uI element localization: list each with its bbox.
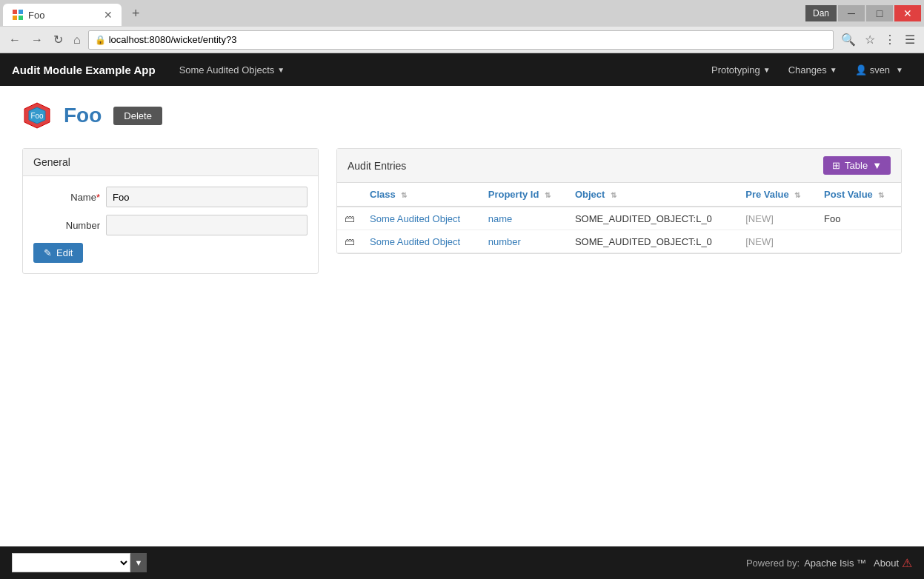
table-dropdown-button[interactable]: ⊞ Table ▼: [823, 156, 891, 175]
page-icon: Foo: [22, 101, 52, 130]
app-navbar: Audit Module Example App Some Audited Ob…: [0, 53, 924, 86]
nav-user[interactable]: 👤 sven ▼: [846, 53, 912, 86]
svg-rect-3: [19, 16, 23, 20]
back-button[interactable]: ←: [6, 32, 24, 48]
svg-rect-1: [19, 10, 23, 14]
th-class-sort-icon: ⇅: [401, 191, 407, 199]
page-header: Foo Foo Delete: [22, 101, 902, 130]
nav-prototyping-caret: ▼: [763, 66, 771, 74]
audit-table-header-row: Class ⇅ Property Id ⇅ Object ⇅: [337, 183, 901, 207]
close-button[interactable]: ✕: [894, 5, 921, 21]
row-pre-value: [NEW]: [738, 207, 817, 230]
home-button[interactable]: ⌂: [70, 32, 84, 48]
user-icon: 👤: [855, 64, 867, 76]
browser-tab[interactable]: Foo ✕: [3, 4, 122, 26]
general-panel-header: General: [23, 149, 318, 176]
th-class[interactable]: Class ⇅: [362, 183, 481, 207]
edit-button[interactable]: ✎ Edit: [33, 243, 83, 263]
row-object: SOME_AUDITED_OBJECT:L_0: [568, 207, 738, 230]
row-class: Some Audited Object: [362, 207, 481, 230]
nav-changes[interactable]: Changes ▼: [780, 53, 846, 86]
minimize-button[interactable]: ─: [838, 5, 865, 21]
tab-title: Foo: [28, 10, 98, 21]
delete-button[interactable]: Delete: [113, 107, 162, 125]
svg-rect-0: [13, 10, 17, 14]
th-object[interactable]: Object ⇅: [568, 183, 738, 207]
audit-entries-panel: Audit Entries ⊞ Table ▼ Class: [336, 148, 902, 254]
menu-button[interactable]: ☰: [902, 31, 918, 48]
number-label: Number: [33, 220, 100, 231]
th-object-sort-icon: ⇅: [611, 191, 616, 199]
row-property-id-link[interactable]: number: [488, 236, 521, 247]
name-label: Name: [33, 192, 100, 203]
th-post-value-sort-icon: ⇅: [878, 191, 884, 199]
row-pre-value-text: [NEW]: [745, 213, 774, 224]
row-pre-value-text: [NEW]: [745, 236, 774, 247]
browser-toolbar: ← → ↻ ⌂ 🔒 🔍 ☆ ⋮ ☰: [0, 27, 924, 53]
forward-button[interactable]: →: [28, 32, 46, 48]
th-post-value[interactable]: Post Value ⇅: [817, 183, 901, 207]
main-content: Foo Foo Delete General Name Number ✎ Edi: [0, 86, 924, 530]
nav-some-audited-objects[interactable]: Some Audited Objects ▼: [170, 53, 294, 86]
row-property-id-link[interactable]: name: [488, 213, 513, 224]
row-icon-cell: 🗃: [337, 207, 362, 230]
window-controls: Dan ─ □ ✕: [805, 5, 921, 21]
audit-table-container: Class ⇅ Property Id ⇅ Object ⇅: [337, 183, 901, 253]
refresh-button[interactable]: ↻: [50, 31, 66, 48]
general-panel-body: Name Number ✎ Edit: [23, 176, 318, 273]
maximize-button[interactable]: □: [866, 5, 893, 21]
name-input[interactable]: [106, 187, 308, 207]
new-tab-button[interactable]: +: [126, 4, 146, 23]
row-type-icon: 🗃: [345, 212, 355, 224]
main-layout: General Name Number ✎ Edit A: [22, 148, 902, 274]
row-class-link[interactable]: Some Audited Object: [370, 236, 460, 247]
bookmark-button[interactable]: ☆: [862, 31, 878, 48]
nav-some-audited-objects-label: Some Audited Objects: [179, 64, 275, 76]
name-row: Name: [33, 187, 308, 207]
th-pre-value-sort-icon: ⇅: [794, 191, 800, 199]
row-icon-cell: 🗃: [337, 230, 362, 253]
tab-close-icon[interactable]: ✕: [104, 9, 113, 21]
general-panel: General Name Number ✎ Edit: [22, 148, 319, 274]
number-input[interactable]: [106, 215, 308, 235]
th-icon-col: [337, 183, 362, 207]
row-class: Some Audited Object: [362, 230, 481, 253]
address-input[interactable]: [109, 34, 827, 45]
audit-panel-header: Audit Entries ⊞ Table ▼: [337, 149, 901, 183]
th-property-id[interactable]: Property Id ⇅: [481, 183, 568, 207]
svg-text:Foo: Foo: [30, 112, 44, 120]
browser-chrome: Foo ✕ + Dan ─ □ ✕ ← → ↻ ⌂ 🔒 🔍 ☆ ⋮ ☰: [0, 0, 924, 53]
audit-table: Class ⇅ Property Id ⇅ Object ⇅: [337, 183, 901, 253]
row-post-value: Foo: [817, 207, 901, 230]
svg-rect-2: [13, 16, 17, 20]
edit-icon: ✎: [44, 247, 52, 258]
row-post-value: [817, 230, 901, 253]
browser-titlebar: Foo ✕ + Dan ─ □ ✕: [0, 0, 924, 27]
app-title: Audit Module Example App: [12, 64, 156, 76]
tab-favicon: [12, 9, 24, 21]
nav-prototyping[interactable]: Prototyping ▼: [702, 53, 780, 86]
table-row: 🗃 Some Audited Object number SOME_AUDITE…: [337, 230, 901, 253]
th-post-value-label: Post Value: [824, 189, 873, 200]
th-pre-value[interactable]: Pre Value ⇅: [738, 183, 817, 207]
th-property-id-label: Property Id: [488, 189, 539, 200]
audit-table-head: Class ⇅ Property Id ⇅ Object ⇅: [337, 183, 901, 207]
row-property-id: name: [481, 207, 568, 230]
th-class-label: Class: [370, 189, 396, 200]
nav-changes-caret: ▼: [830, 66, 837, 74]
window-user: Dan: [805, 5, 837, 21]
row-object: SOME_AUDITED_OBJECT:L_0: [568, 230, 738, 253]
toolbar-icons: 🔍 ☆ ⋮ ☰: [838, 31, 918, 48]
audit-table-body: 🗃 Some Audited Object name SOME_AUDITED_…: [337, 207, 901, 253]
row-class-link[interactable]: Some Audited Object: [370, 213, 460, 224]
search-button[interactable]: 🔍: [838, 31, 859, 48]
number-row: Number: [33, 215, 308, 235]
table-dropdown-caret: ▼: [872, 160, 882, 171]
extensions-button[interactable]: ⋮: [881, 31, 899, 48]
audit-panel-header-row: Audit Entries ⊞ Table ▼: [348, 156, 891, 175]
lock-icon: 🔒: [95, 35, 106, 45]
nav-prototyping-label: Prototyping: [711, 64, 760, 76]
nav-user-caret: ▼: [896, 66, 903, 74]
edit-button-label: Edit: [56, 247, 73, 258]
nav-some-audited-objects-caret: ▼: [277, 66, 285, 74]
